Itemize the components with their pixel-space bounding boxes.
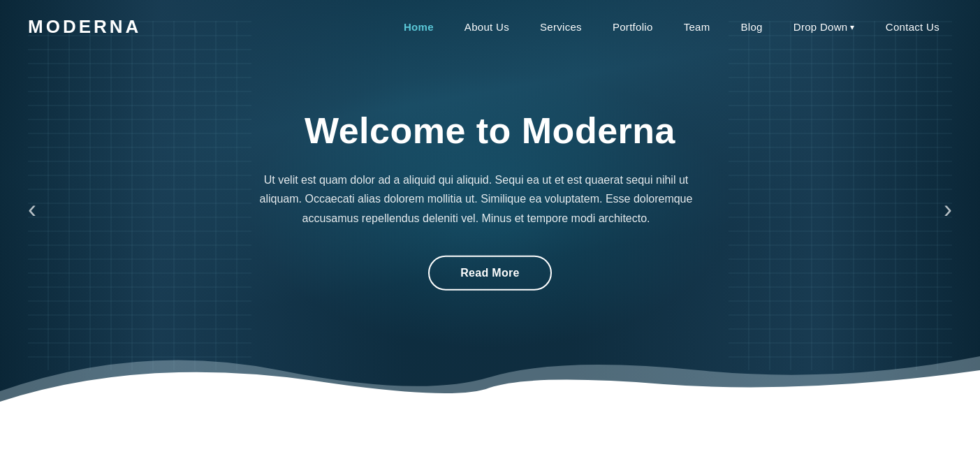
nav-item-about[interactable]: About Us [452,15,522,38]
carousel-prev-button[interactable]: ‹ [17,194,47,225]
hero-description: Ut velit est quam dolor ad a aliquid qui… [246,170,707,228]
read-more-button[interactable]: Read More [428,256,552,291]
nav-item-home[interactable]: Home [391,15,446,38]
nav-item-blog[interactable]: Blog [729,15,775,38]
windows-left-decor [28,21,251,370]
nav-item-services[interactable]: Services [527,15,594,38]
windows-right-decor [729,21,952,370]
nav-item-dropdown[interactable]: Drop Down ▾ [781,15,868,38]
below-hero-area [0,419,980,475]
nav-item-contact[interactable]: Contact Us [873,15,952,38]
carousel-next-button[interactable]: › [933,194,963,225]
wave-bottom-decoration [0,335,980,419]
hero-content: Welcome to Moderna Ut velit est quam dol… [246,111,735,291]
main-nav: Home About Us Services Portfolio Team Bl… [391,15,952,38]
hero-title: Welcome to Moderna [246,111,735,151]
chevron-down-icon: ▾ [850,22,854,32]
header: MODERNA Home About Us Services Portfolio… [0,0,980,54]
logo[interactable]: MODERNA [28,16,141,38]
nav-item-portfolio[interactable]: Portfolio [600,15,666,38]
hero-section: ‹ Welcome to Moderna Ut velit est quam d… [0,0,980,419]
nav-item-team[interactable]: Team [671,15,723,38]
